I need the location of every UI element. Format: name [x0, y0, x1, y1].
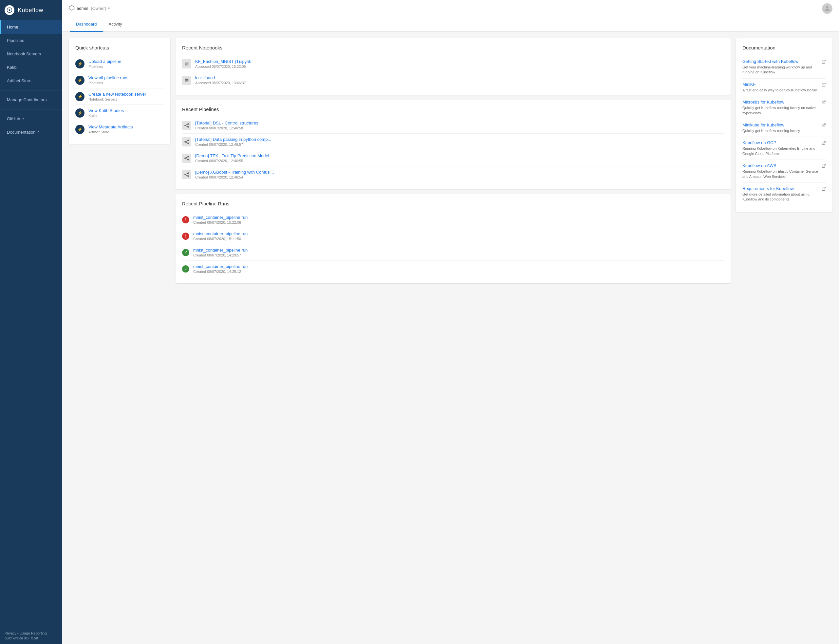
- svg-line-36: [823, 164, 825, 166]
- sidebar-item-documentation[interactable]: Documentation ↗: [0, 125, 62, 139]
- svg-point-28: [188, 176, 189, 177]
- namespace-selector[interactable]: admin (Owner) ▾: [69, 5, 110, 12]
- svg-line-37: [823, 187, 825, 189]
- run-item-3[interactable]: ✓ mnist_container_pipeline run Created 0…: [182, 261, 724, 277]
- recent-notebooks-title: Recent Notebooks: [182, 45, 724, 51]
- svg-line-33: [823, 101, 825, 103]
- recent-runs-title: Recent Pipeline Runs: [182, 201, 724, 206]
- shortcut-view-katib[interactable]: ⚡ View Katib Studies Katib: [76, 105, 164, 121]
- tab-dashboard[interactable]: Dashboard: [70, 17, 103, 32]
- sidebar-footer: Privacy • Usage Reporting build version …: [0, 627, 62, 644]
- sidebar-item-home[interactable]: Home: [0, 20, 62, 34]
- svg-line-29: [186, 173, 188, 174]
- shortcuts-list: ⚡ Upload a pipeline Pipelines ⚡ View all…: [76, 56, 164, 137]
- shortcut-view-pipeline-runs[interactable]: ⚡ View all pipeline runs Pipelines: [76, 72, 164, 89]
- doc-item-0[interactable]: Getting Started with Kubeflow Get your m…: [742, 56, 826, 79]
- pipeline-icon: [182, 170, 191, 179]
- build-version: build version dev_local: [5, 636, 57, 640]
- namespace-role: (Owner): [91, 6, 106, 11]
- svg-rect-8: [186, 79, 188, 79]
- shortcut-upload-pipeline[interactable]: ⚡ Upload a pipeline Pipelines: [76, 56, 164, 72]
- sidebar-item-pipelines[interactable]: Pipelines: [0, 34, 62, 47]
- svg-line-20: [186, 142, 188, 143]
- recent-pipelines-title: Recent Pipelines: [182, 107, 724, 112]
- pipeline-item-3[interactable]: [Demo] XGBoost - Training with Confusi..…: [182, 166, 724, 182]
- run-error-icon: !: [182, 233, 189, 240]
- svg-point-21: [185, 158, 186, 159]
- svg-line-15: [186, 125, 188, 127]
- namespace-caret: ▾: [108, 6, 110, 10]
- pipeline-icon: [182, 154, 191, 163]
- doc-item-1[interactable]: MiniKF A fast and easy way to deploy Kub…: [742, 79, 826, 96]
- svg-line-35: [823, 141, 825, 143]
- topbar: admin (Owner) ▾: [62, 0, 839, 17]
- bolt-icon: ⚡: [76, 59, 84, 69]
- sidebar-item-notebook-servers[interactable]: Notebook Servers: [0, 47, 62, 61]
- run-error-icon: !: [182, 216, 189, 223]
- usage-reporting-link[interactable]: Usage Reporting: [20, 631, 47, 635]
- external-link-icon: [822, 123, 826, 128]
- pipeline-item-0[interactable]: [Tutorial] DSL - Control structures Crea…: [182, 117, 724, 134]
- svg-line-25: [186, 158, 188, 159]
- notebooks-list: KF_Fashion_MNIST (1).ipynb Accessed 08/0…: [182, 56, 724, 88]
- tab-activity[interactable]: Activity: [103, 17, 128, 32]
- external-link-icon: [822, 100, 826, 105]
- svg-line-34: [823, 124, 825, 126]
- sidebar-item-katib[interactable]: Katib: [0, 61, 62, 74]
- sidebar-item-manage-contributors[interactable]: Manage Contributors: [0, 93, 62, 107]
- app-logo[interactable]: Kubeflow: [0, 0, 62, 20]
- external-link-icon: [822, 187, 826, 192]
- svg-marker-1: [69, 6, 74, 10]
- sidebar-item-github[interactable]: GitHub ↗: [0, 112, 62, 125]
- svg-line-31: [823, 60, 825, 62]
- sidebar-nav: Home Pipelines Notebook Servers Katib Ar…: [0, 20, 62, 627]
- external-link-icon: [822, 141, 826, 146]
- doc-item-2[interactable]: Microk8s for Kubeflow Quickly get Kubefl…: [742, 96, 826, 119]
- app-title: Kubeflow: [18, 7, 43, 14]
- bolt-icon: ⚡: [76, 76, 84, 85]
- doc-item-3[interactable]: Minikube for Kubeflow Quickly get Kubefl…: [742, 119, 826, 137]
- svg-rect-5: [186, 64, 188, 64]
- documentation-card: Documentation Getting Started with Kubef…: [736, 38, 832, 212]
- svg-point-13: [188, 127, 189, 127]
- user-avatar[interactable]: [822, 3, 832, 14]
- pipelines-list: [Tutorial] DSL - Control structures Crea…: [182, 117, 724, 182]
- svg-point-27: [188, 172, 189, 174]
- doc-item-4[interactable]: Kubeflow on GCP Running Kubeflow on Kube…: [742, 137, 826, 160]
- shortcut-view-metadata[interactable]: ⚡ View Metadata Artifacts Artifact Store: [76, 121, 164, 137]
- notebook-item-0[interactable]: KF_Fashion_MNIST (1).ipynb Accessed 08/0…: [182, 56, 724, 72]
- sidebar-item-artifact-store[interactable]: Artifact Store: [0, 74, 62, 87]
- svg-rect-4: [186, 62, 188, 63]
- run-success-icon: ✓: [182, 249, 189, 256]
- svg-point-16: [185, 141, 186, 142]
- namespace-name: admin: [77, 6, 88, 11]
- run-item-0[interactable]: ! mnist_container_pipeline run Created 0…: [182, 212, 724, 228]
- namespace-icon: [69, 5, 75, 12]
- sidebar-divider-1: [0, 90, 62, 90]
- svg-line-14: [186, 124, 188, 125]
- pipeline-item-2[interactable]: [Demo] TFX - Taxi Tip Prediction Model .…: [182, 150, 724, 166]
- doc-item-5[interactable]: Kubeflow on AWS Running Kubeflow on Elas…: [742, 160, 826, 183]
- pipeline-item-1[interactable]: [Tutorial] Data passing in python comp..…: [182, 134, 724, 150]
- notebook-item-1[interactable]: lost+found Accessed 08/07/2020, 13:46:37: [182, 72, 724, 88]
- svg-line-30: [186, 174, 188, 176]
- svg-point-11: [185, 125, 186, 126]
- shortcut-create-notebook[interactable]: ⚡ Create a new Notebook server Notebook …: [76, 89, 164, 105]
- notebook-file-icon: [182, 76, 191, 85]
- main-content: admin (Owner) ▾ Dashboard Activity Quick…: [62, 0, 839, 644]
- svg-point-23: [188, 159, 189, 160]
- pipeline-icon: [182, 137, 191, 146]
- run-item-1[interactable]: ! mnist_container_pipeline run Created 0…: [182, 228, 724, 244]
- recent-notebooks-card: Recent Notebooks KF_Fashion_MNIST (1).ip…: [176, 38, 731, 95]
- run-success-icon: ✓: [182, 265, 189, 273]
- quick-shortcuts-card: Quick shortcuts ⚡ Upload a pipeline Pipe…: [69, 38, 170, 144]
- privacy-link[interactable]: Privacy: [5, 631, 16, 635]
- external-link-icon: ↗: [21, 117, 24, 120]
- run-item-2[interactable]: ✓ mnist_container_pipeline run Created 0…: [182, 244, 724, 261]
- doc-item-6[interactable]: Requirements for Kubeflow Get more detai…: [742, 183, 826, 205]
- external-link-icon: [822, 60, 826, 65]
- pipeline-icon: [182, 121, 191, 130]
- svg-point-18: [188, 143, 189, 144]
- svg-rect-10: [186, 81, 187, 81]
- bolt-icon: ⚡: [76, 125, 84, 134]
